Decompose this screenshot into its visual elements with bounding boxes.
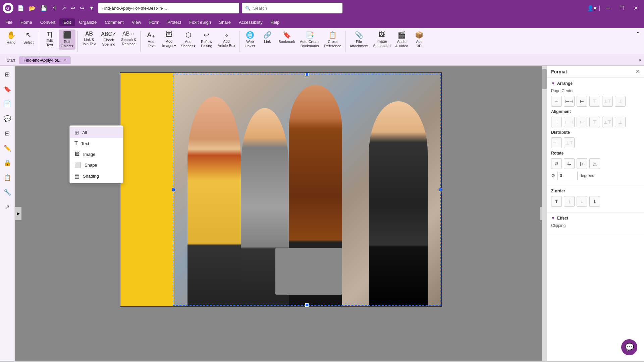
rotate-degrees-input[interactable]: 0 xyxy=(557,171,578,180)
add-images-button[interactable]: 🖼 AddImages▾ xyxy=(160,29,178,49)
reflow-editing-button[interactable]: ↩ ReflowEditing xyxy=(198,29,215,50)
add-text-button[interactable]: A₊ AddText xyxy=(143,29,159,50)
search-replace-button[interactable]: AB↔ Search &Replace xyxy=(119,29,138,48)
menu-view[interactable]: View xyxy=(128,18,145,26)
menu-accessibility[interactable]: Accessibility xyxy=(235,18,267,26)
add-article-box-button[interactable]: ⬦ AddArticle Box xyxy=(216,29,237,49)
sidebar-tools-icon[interactable]: 🔧 xyxy=(1,186,13,198)
save-icon[interactable]: 💾 xyxy=(39,4,48,13)
auto-create-bookmarks-button[interactable]: 📑 Auto CreateBookmarks xyxy=(298,29,322,50)
close-button[interactable]: ✕ xyxy=(630,4,641,13)
distribute-h-button[interactable]: ⊣⊢ xyxy=(551,137,562,148)
add-3d-icon: 📦 xyxy=(415,31,423,39)
align-bottom-button[interactable]: ⊥ xyxy=(615,96,626,107)
bring-front-button[interactable]: ⬆ xyxy=(551,196,562,207)
tab-close-icon[interactable]: ✕ xyxy=(63,58,66,63)
new-file-icon[interactable]: 📄 xyxy=(16,4,25,13)
tab-document[interactable]: Find-and-Apply-For... ✕ xyxy=(19,56,71,64)
sidebar-page-thumbnail-icon[interactable]: ⊞ xyxy=(1,68,13,80)
select-tool-button[interactable]: ↖ Select xyxy=(20,29,37,46)
sidebar-security-icon[interactable]: 🔒 xyxy=(1,157,13,169)
file-attachment-button[interactable]: 📎 FileAttachment xyxy=(347,29,370,50)
align-center-h-button[interactable]: ⊢⊣ xyxy=(564,96,575,107)
distribute-label: Distribute xyxy=(551,130,570,135)
menu-convert[interactable]: Convert xyxy=(36,18,60,26)
tabs-dropdown-icon[interactable]: ▾ xyxy=(639,58,641,63)
panel-expand-left-icon[interactable]: ▶ xyxy=(15,207,21,220)
link-button[interactable]: 🔗 Link xyxy=(259,29,276,45)
menu-protect[interactable]: Protect xyxy=(163,18,185,26)
sidebar-bookmark-icon[interactable]: 🔖 xyxy=(1,83,13,95)
sidebar-comment-icon[interactable]: 💬 xyxy=(1,113,13,125)
flip-v-button[interactable]: ▷ xyxy=(577,158,587,169)
align-center-v-button[interactable]: ⊥⊤ xyxy=(602,96,613,107)
sidebar-form-icon[interactable]: 📋 xyxy=(1,172,13,184)
bookmark-button[interactable]: 🔖 Bookmark xyxy=(276,29,297,45)
align-top-button[interactable]: ⊤ xyxy=(589,96,600,107)
sidebar-annotation-icon[interactable]: ✏️ xyxy=(1,142,13,154)
check-spelling-button[interactable]: ABC✓ CheckSpelling xyxy=(99,29,118,48)
chat-button[interactable]: 💬 xyxy=(621,339,637,355)
menu-form[interactable]: Form xyxy=(145,18,163,26)
menu-edit[interactable]: Edit xyxy=(59,18,75,26)
menu-comment[interactable]: Comment xyxy=(101,18,127,26)
menu-foxit-esign[interactable]: Foxit eSign xyxy=(185,18,215,26)
customize-icon[interactable]: ▼ xyxy=(88,4,96,13)
restore-button[interactable]: ❐ xyxy=(616,4,628,13)
undo-icon[interactable]: ↩ xyxy=(69,4,76,13)
arrange-arrow-icon: ▼ xyxy=(551,81,555,86)
rotate-cw-button[interactable]: △ xyxy=(589,158,600,169)
audio-video-button[interactable]: 🎬 Audio& Video xyxy=(393,29,410,50)
bring-forward-button[interactable]: ↑ xyxy=(564,196,575,207)
vertical-scrollbar[interactable] xyxy=(542,66,547,361)
align-center-h-edge-button[interactable]: ⊢⊣ xyxy=(564,117,575,127)
dropdown-shading[interactable]: ▤ Shading xyxy=(70,171,123,182)
print-icon[interactable]: 🖨 xyxy=(50,4,58,13)
search-bar[interactable]: 🔍 Search xyxy=(242,3,342,13)
dropdown-text[interactable]: T Text xyxy=(70,138,123,149)
sidebar-share-icon[interactable]: ↗ xyxy=(1,201,13,213)
send-back-button[interactable]: ⬇ xyxy=(589,196,600,207)
rotate-ccw-button[interactable]: ↺ xyxy=(551,158,562,169)
open-icon[interactable]: 📂 xyxy=(28,4,37,13)
align-bottom-edge-button[interactable]: ⊥ xyxy=(615,117,626,127)
align-left-button[interactable]: ⊣ xyxy=(551,96,562,107)
dropdown-shape[interactable]: ⬜ Shape xyxy=(70,160,123,171)
align-top-edge-button[interactable]: ⊤ xyxy=(589,117,600,127)
edit-object-button[interactable]: ⬛ EditObject▾ xyxy=(59,29,75,50)
collapse-ribbon-icon[interactable]: ⌃ xyxy=(634,29,641,39)
flip-h-button[interactable]: ⇆ xyxy=(564,158,575,169)
align-right-button[interactable]: ⊢ xyxy=(577,96,587,107)
add-shapes-button[interactable]: ⬡ AddShapes▾ xyxy=(179,29,197,50)
menu-share[interactable]: Share xyxy=(215,18,235,26)
menu-home[interactable]: Home xyxy=(16,18,36,26)
add-article-box-label: AddArticle Box xyxy=(218,39,235,48)
minimize-button[interactable]: ─ xyxy=(603,4,613,12)
menu-help[interactable]: Help xyxy=(267,18,284,26)
menu-file[interactable]: File xyxy=(1,18,16,26)
main-layout: ⊞ 🔖 📄 💬 ⊟ ✏️ 🔒 📋 🔧 ↗ ▶ xyxy=(0,66,644,361)
align-center-v-edge-button[interactable]: ⊥⊤ xyxy=(602,117,613,127)
sidebar-layers-icon[interactable]: ⊟ xyxy=(1,127,13,139)
right-panel-close-icon[interactable]: ✕ xyxy=(636,68,640,75)
scrollbar-thumb[interactable] xyxy=(542,69,547,89)
distribute-v-button[interactable]: ⊥⊤ xyxy=(564,137,575,148)
hand-tool-button[interactable]: ✋ Hand xyxy=(3,29,19,46)
cross-reference-button[interactable]: 📋 CrossReference xyxy=(322,29,343,50)
share-icon[interactable]: ↗ xyxy=(60,4,67,13)
web-links-button[interactable]: 🌐 WebLinks▾ xyxy=(241,29,258,50)
menu-organize[interactable]: Organize xyxy=(75,18,101,26)
dropdown-image[interactable]: 🖼 Image xyxy=(70,149,123,160)
link-join-text-button[interactable]: AB Link &Join Text xyxy=(80,29,98,48)
dropdown-all[interactable]: ⊞ All xyxy=(70,127,123,138)
align-left-edge-button[interactable]: ⊣ xyxy=(551,117,562,127)
sidebar-page-icon[interactable]: 📄 xyxy=(1,98,13,110)
align-right-edge-button[interactable]: ⊢ xyxy=(577,117,587,127)
image-annotation-button[interactable]: 🖼 ImageAnnotation xyxy=(371,29,393,49)
account-icon[interactable]: 👤▾ xyxy=(587,5,596,11)
add-3d-button[interactable]: 📦 Add3D xyxy=(411,29,428,50)
send-backward-button[interactable]: ↓ xyxy=(577,196,587,207)
edit-text-button[interactable]: T| EditText xyxy=(41,29,58,49)
redo-icon[interactable]: ↪ xyxy=(78,4,86,13)
tab-start[interactable]: Start xyxy=(3,57,19,64)
